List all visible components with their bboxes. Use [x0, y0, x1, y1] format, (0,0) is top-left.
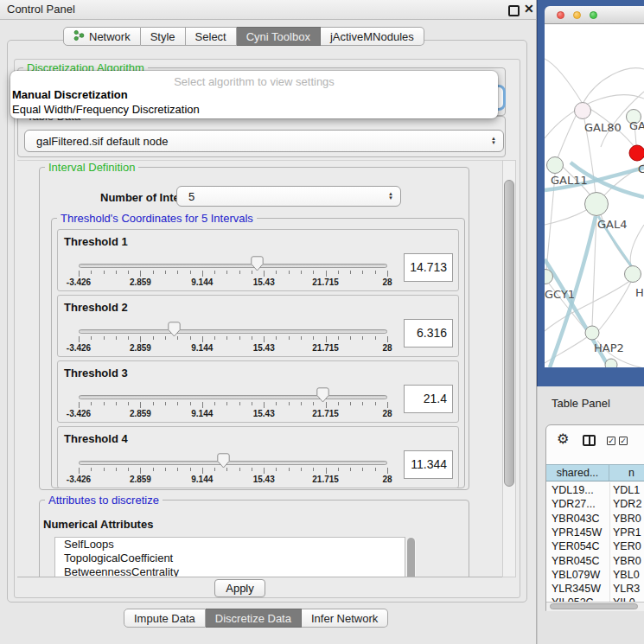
attribute-list-item[interactable]: SelfLoops [55, 538, 405, 552]
tab-style[interactable]: Style [141, 27, 186, 46]
table-row[interactable]: YER054CYER0 [546, 539, 644, 553]
network-node-label: GAL11 [551, 174, 588, 187]
network-node-h[interactable] [625, 266, 641, 283]
network-node-c[interactable] [629, 145, 644, 161]
table-row[interactable]: YDR27...YDR2 [546, 497, 644, 511]
tab-network[interactable]: Network [63, 27, 141, 46]
number-of-intervals-select[interactable]: 5 ▲▼ [176, 186, 401, 207]
cell-shared-name[interactable]: YIL052C [552, 596, 594, 602]
cell-shared-name[interactable]: YPR145W [552, 526, 602, 539]
cell-shared-name[interactable]: YLR345W [552, 582, 601, 596]
table-row[interactable]: YBR045CYBR0 [546, 554, 644, 568]
table-columns-icon[interactable] [583, 435, 596, 446]
cell-name[interactable]: YER0 [613, 539, 641, 553]
attribute-list-item[interactable]: TopologicalCoefficient [55, 552, 405, 565]
tab-select[interactable]: Select [186, 27, 237, 46]
table-hscrollbar-thumb[interactable] [550, 603, 638, 609]
threshold-4-value-field[interactable]: 11.344 [404, 450, 453, 479]
table-row[interactable]: YDL19...YDL1 [546, 483, 644, 497]
zoom-traffic-light[interactable] [590, 11, 597, 19]
close-traffic-light[interactable] [557, 11, 564, 19]
tab-label: Cyni Toolbox [246, 30, 310, 43]
network-icon [73, 29, 85, 44]
close-window-icon[interactable]: ✕ [524, 2, 534, 16]
network-edge[interactable] [597, 282, 631, 332]
apply-button[interactable]: Apply [214, 579, 265, 597]
settings-vertical-scrollbar[interactable] [502, 160, 516, 577]
cell-name[interactable]: YIL0 [613, 596, 635, 602]
network-node-hap2[interactable] [585, 326, 599, 340]
minimize-traffic-light[interactable] [573, 11, 581, 19]
table-row[interactable]: YBR043CYBR0 [546, 512, 644, 526]
tick-mark [128, 468, 129, 471]
threshold-2-slider-track[interactable] [79, 329, 387, 334]
cell-shared-name[interactable]: YER054C [552, 539, 600, 553]
popup-item-equal-width-frequency[interactable]: Equal Width/Frequency Discretization [12, 103, 200, 116]
threshold-4-slider-track[interactable] [79, 461, 387, 465]
select-checkbox-icon[interactable]: ✓ [619, 437, 628, 445]
threshold-3-slider-track[interactable] [79, 395, 387, 399]
table-settings-gear-icon[interactable]: ⚙ [557, 430, 569, 447]
cell-name[interactable]: YDR2 [613, 497, 641, 511]
tab-discretize-data[interactable]: Discretize Data [206, 609, 302, 628]
network-edge[interactable] [583, 68, 644, 104]
network-node-gal4[interactable] [585, 193, 609, 216]
attributes-list-scrollbar[interactable] [406, 537, 416, 577]
table-row[interactable]: YIL052CYIL0 [546, 596, 644, 602]
cell-shared-name[interactable]: YBR043C [552, 512, 600, 526]
threshold-3-slider-thumb[interactable] [316, 387, 329, 403]
float-window-icon[interactable] [508, 5, 520, 16]
threshold-1-label: Threshold 1 [64, 235, 128, 248]
cell-shared-name[interactable]: YBL079W [552, 568, 600, 582]
cell-name[interactable]: YBL0 [613, 568, 640, 582]
tab-cyni-toolbox[interactable]: Cyni Toolbox [237, 27, 321, 46]
threshold-3-value-field[interactable]: 21.4 [404, 385, 453, 413]
network-canvas[interactable]: GAL80GACGAL11GAL4GCY1HHAP2 [545, 24, 644, 367]
table-row[interactable]: YBL079WYBL0 [546, 568, 644, 582]
cell-shared-name[interactable]: YBR045C [552, 554, 600, 568]
tab-infer-network[interactable]: Infer Network [302, 609, 388, 628]
attributes-list-scrollbar-thumb[interactable] [407, 538, 415, 577]
settings-scroll-area: Interval Definition Number of Intervals … [17, 160, 502, 577]
network-edge[interactable] [558, 109, 579, 158]
tick-mark [140, 468, 141, 474]
attribute-list-item[interactable]: BetweennessCentrality [55, 565, 405, 577]
attributes-to-discretize-group: Attributes to discretize Numerical Attri… [39, 500, 469, 577]
select-checkbox-icon[interactable]: ✓ [607, 437, 615, 445]
network-edge[interactable] [630, 225, 644, 266]
threshold-1-value-field[interactable]: 14.713 [404, 253, 453, 282]
tick-mark [301, 336, 302, 340]
column-header-name[interactable]: n [628, 465, 634, 481]
network-node-gal80[interactable] [575, 103, 591, 119]
cell-name[interactable]: YBR0 [613, 554, 641, 568]
tab-jactivemnodules[interactable]: jActiveMNodules [321, 27, 424, 46]
cell-name[interactable]: YDL1 [613, 483, 640, 497]
network-edge[interactable] [545, 59, 583, 104]
table-row[interactable]: YLR345WYLR3 [546, 582, 644, 596]
tab-impute-data[interactable]: Impute Data [124, 609, 206, 628]
network-node[interactable] [605, 359, 617, 367]
tick-mark [264, 271, 265, 277]
cell-shared-name[interactable]: YDR27... [552, 497, 596, 511]
settings-scrollbar-thumb[interactable] [504, 180, 514, 487]
threshold-4-slider-thumb[interactable] [217, 453, 230, 469]
thresholds-group-title: Threshold's Coordinates for 5 Intervals [57, 212, 257, 225]
threshold-1-slider-track[interactable] [79, 264, 387, 268]
threshold-2-slider-thumb[interactable] [168, 322, 181, 337]
column-header-shared-name[interactable]: shared... [546, 465, 609, 481]
network-node-gal11[interactable] [547, 157, 564, 174]
threshold-2-value-field[interactable]: 6.316 [404, 319, 453, 348]
threshold-1-slider-thumb[interactable] [251, 256, 264, 271]
cell-name[interactable]: YLR3 [613, 582, 640, 596]
tick-mark [153, 468, 154, 471]
popup-item-manual-discretization[interactable]: Manual Discretization [12, 88, 128, 101]
table-data-select[interactable]: galFiltered.sif default node ▲▼ [24, 130, 504, 152]
cell-name[interactable]: YBR0 [613, 512, 641, 526]
table-horizontal-scrollbar[interactable] [546, 602, 644, 611]
table-rows: YDL19...YDL1YDR27...YDR2YBR043CYBR0YPR14… [546, 482, 644, 602]
cell-shared-name[interactable]: YDL19... [552, 483, 594, 497]
tick-label: -3.426 [67, 409, 91, 418]
table-row[interactable]: YPR145WYPR1 [546, 526, 644, 539]
cell-name[interactable]: YPR1 [613, 526, 641, 539]
tick-mark [104, 468, 105, 471]
